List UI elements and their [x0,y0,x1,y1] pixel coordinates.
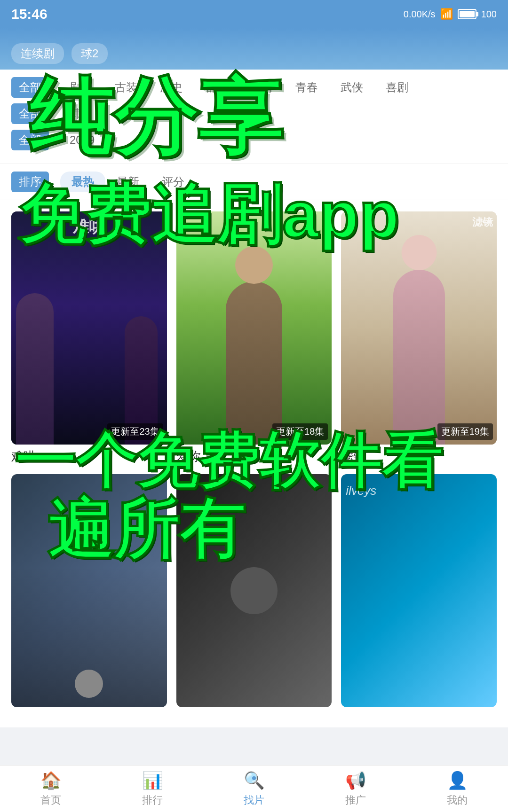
sort-item-zuixin[interactable]: 最新 [105,172,151,192]
drama-thumb-1: 难哄 更新至23集 [11,211,167,445]
battery-fill [460,11,475,17]
home-icon: 🏠 [40,771,62,790]
cat-item-riben[interactable]: 日本 [103,103,149,124]
battery-icon [458,9,476,19]
promo-icon: 📢 [345,771,366,790]
sort-item-pingfen[interactable]: 评分 [151,172,196,192]
cat-item-aiqing[interactable]: 爱情 [239,77,284,98]
drama-name-1: 难哄 [11,448,167,465]
nav-label-mine: 我的 [447,793,468,807]
cat-item-dushi[interactable]: 都市 [194,77,239,98]
drama-card-3[interactable]: 滤镜 更新至19集 滤镜 [341,211,497,465]
nav-item-mine[interactable]: 👤 我的 [406,765,508,812]
network-speed: 0.00K/s [404,9,436,20]
mine-icon: 👤 [447,771,468,790]
app-header: 连续剧 球2 [0,28,508,70]
drama-grid: 难哄 更新至23集 难哄 更新至18集 爱你 [0,200,508,722]
status-bar: 15:46 0.00K/s 📶 100 [0,0,508,28]
bottom-nav: 🏠 首页 📊 排行 🔍 找片 📢 推广 👤 我的 [0,765,508,812]
find-icon: 🔍 [244,771,265,790]
drama-name-3: 滤镜 [341,448,497,465]
nav-item-home[interactable]: 🏠 首页 [0,765,102,812]
sort-row: 排序 最热 最新 评分 [0,164,508,200]
wifi-icon: 📶 [440,8,453,20]
cat-item-xiju[interactable]: 喜剧 [374,77,420,98]
drama-thumb-3: 滤镜 更新至19集 [341,211,497,445]
main-content: 全部 剧情 古装 历史 都市 爱情 青春 武侠 喜剧 全部 韩国 日本 [0,70,508,727]
drama-card-5[interactable] [176,474,332,711]
cat-items-genre: 剧情 古装 历史 都市 爱情 青春 武侠 喜剧 [58,77,420,98]
page-wrapper: 15:46 0.00K/s 📶 100 连续剧 球2 全部 剧情 古装 [0,0,508,774]
nav-item-find[interactable]: 🔍 找片 [203,765,305,812]
nav-active-dot [252,776,256,780]
drama-thumb-5 [176,474,332,707]
category-row-genre: 全部 剧情 古装 历史 都市 爱情 青春 武侠 喜剧 [11,77,497,98]
nav-label-promo: 推广 [345,793,366,807]
filter-chip-qiu[interactable]: 球2 [71,43,108,64]
drama-name-2: 爱你 [176,448,332,465]
category-section: 全部 剧情 古装 历史 都市 爱情 青春 武侠 喜剧 全部 韩国 日本 [0,70,508,164]
category-row-region: 全部 韩国 日本 印度 [11,103,497,124]
rank-icon: 📊 [142,771,163,790]
status-icons: 0.00K/s 📶 100 [404,8,497,20]
cat-item-qingchun[interactable]: 青春 [284,77,329,98]
drama-card-6[interactable]: ilveys [341,474,497,711]
sort-label-paixu[interactable]: 排序 [11,172,49,192]
nav-label-rank: 排行 [142,793,163,807]
cat-item-hanguo[interactable]: 韩国 [58,103,103,124]
cat-item-juqing[interactable]: 剧情 [58,77,103,98]
filter-chip-lianju[interactable]: 连续剧 [11,43,64,64]
nav-label-home: 首页 [40,793,61,807]
nav-label-find: 找片 [244,793,264,807]
cat-items-region: 韩国 日本 印度 [58,103,194,124]
battery-percent: 100 [481,9,497,20]
cat-label-all-3[interactable]: 全部 [11,130,49,150]
drama-thumb-2: 更新至18集 [176,211,332,445]
cat-label-all-2[interactable]: 全部 [11,103,49,124]
sort-item-zuire[interactable]: 最热 [60,172,105,192]
cat-item-yindu[interactable]: 印度 [149,103,194,124]
cat-items-year: 2019 [58,131,106,149]
cat-label-all-1[interactable]: 全部 [11,77,49,98]
nav-item-promo[interactable]: 📢 推广 [305,765,406,812]
drama-card-2[interactable]: 更新至18集 爱你 [176,211,332,465]
drama-thumb-6: ilveys [341,474,497,707]
cat-item-wuxia[interactable]: 武侠 [329,77,374,98]
cat-item-guzhuang[interactable]: 古装 [103,77,149,98]
drama-card-4[interactable] [11,474,167,711]
status-time: 15:46 [11,6,48,22]
nav-item-rank[interactable]: 📊 排行 [102,765,203,812]
category-row-year: 全部 2019 [11,130,497,150]
update-badge-3: 更新至19集 [437,423,493,440]
drama-card-1[interactable]: 难哄 更新至23集 难哄 [11,211,167,465]
update-badge-2: 更新至18集 [272,423,328,440]
cat-item-lishi[interactable]: 历史 [149,77,194,98]
filter-row-1: 连续剧 球2 [11,38,497,70]
update-badge-1: 更新至23集 [107,423,163,440]
cat-item-year-2019[interactable]: 2019 [58,131,106,149]
nav-find-wrapper: 🔍 找片 [244,771,265,807]
drama-thumb-4 [11,474,167,707]
